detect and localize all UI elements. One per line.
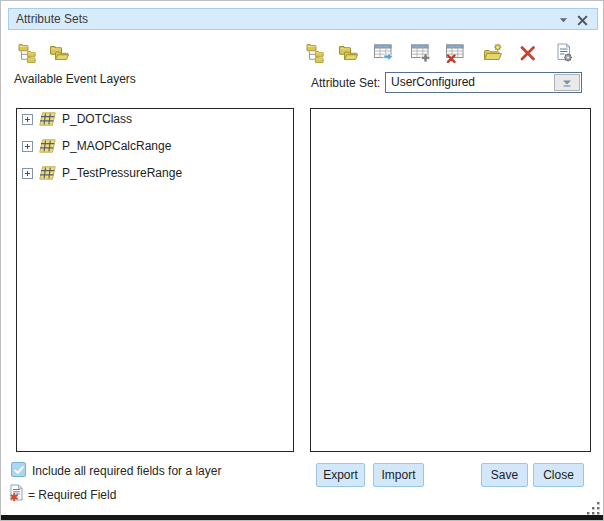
include-required-fields-checkbox[interactable] xyxy=(11,462,26,477)
attribute-set-fields-list[interactable] xyxy=(310,108,591,452)
folders-icon[interactable] xyxy=(49,43,69,63)
chevron-down-icon xyxy=(562,79,572,87)
close-button[interactable]: Close xyxy=(533,463,584,487)
dropdown-arrow-button[interactable] xyxy=(554,74,580,91)
checkmark-icon xyxy=(13,465,25,475)
window-bottom-edge xyxy=(1,515,603,520)
dialog-title: Attribute Sets xyxy=(9,12,88,26)
import-button[interactable]: Import xyxy=(373,463,424,487)
save-button[interactable]: Save xyxy=(481,463,528,487)
close-icon[interactable] xyxy=(573,9,591,31)
expand-plus-icon[interactable] xyxy=(22,141,33,152)
attribute-set-selected-value: UserConfigured xyxy=(391,75,475,89)
tree-item-label: P_MAOPCalcRange xyxy=(62,139,171,153)
export-button[interactable]: Export xyxy=(316,463,365,487)
new-folder-gear-icon[interactable] xyxy=(483,43,503,63)
tree-item-p-testpressurerange[interactable]: P_TestPressureRange xyxy=(22,164,182,182)
expand-plus-icon[interactable] xyxy=(22,168,33,179)
attribute-sets-dialog: Attribute Sets Available Event Layers At… xyxy=(0,0,604,521)
table-add-icon[interactable] xyxy=(411,43,431,63)
tree-item-label: P_DOTClass xyxy=(62,112,132,126)
available-event-layers-label: Available Event Layers xyxy=(14,72,136,86)
tree-item-label: P_TestPressureRange xyxy=(62,166,182,180)
resize-grip[interactable] xyxy=(585,502,601,516)
folders-icon[interactable] xyxy=(338,43,358,63)
title-bar: Attribute Sets xyxy=(8,8,598,30)
delete-x-icon[interactable] xyxy=(518,43,538,63)
report-settings-icon[interactable] xyxy=(554,43,574,63)
layers-tree-icon[interactable] xyxy=(306,43,326,63)
required-field-legend: = Required Field xyxy=(28,488,116,502)
table-export-icon[interactable] xyxy=(374,43,394,63)
attribute-set-dropdown[interactable]: UserConfigured xyxy=(385,72,582,93)
tree-item-p-maopcalcrange[interactable]: P_MAOPCalcRange xyxy=(22,137,171,155)
required-field-icon xyxy=(10,484,24,502)
collapse-caret-icon[interactable] xyxy=(555,9,571,31)
layers-tree-icon[interactable] xyxy=(18,43,38,63)
event-layer-icon xyxy=(39,166,56,180)
expand-plus-icon[interactable] xyxy=(22,114,33,125)
event-layer-icon xyxy=(39,139,56,153)
event-layer-icon xyxy=(39,112,56,126)
include-required-fields-label: Include all required fields for a layer xyxy=(32,464,221,478)
table-delete-icon[interactable] xyxy=(446,43,466,63)
available-event-layers-list[interactable]: P_DOTClass P_MAOPCalcRange P_TestPressur… xyxy=(16,108,294,452)
tree-item-p-dotclass[interactable]: P_DOTClass xyxy=(22,110,132,128)
attribute-set-label: Attribute Set: xyxy=(311,76,380,90)
